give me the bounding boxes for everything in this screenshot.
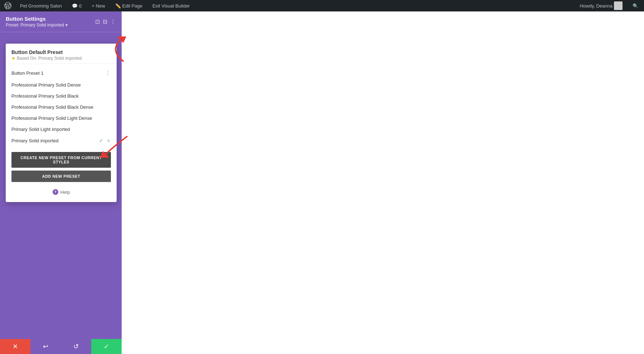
sidebar-header: Button Settings Preset: Primary Solid im… (0, 11, 122, 32)
help-icon: ? (53, 189, 58, 195)
create-preset-button[interactable]: CREATE NEW PRESET FROM CURRENT STYLES (11, 152, 111, 168)
preset-selector[interactable]: Preset: Primary Solid imported ▾ (6, 23, 68, 28)
search-icon: 🔍 (633, 3, 638, 9)
list-item-active[interactable]: Primary Solid imported ✓ ★ (6, 135, 117, 146)
comment-icon: 💬 (72, 3, 78, 9)
preset-list: Button Preset 1 ⋮ Professional Primary S… (6, 64, 117, 149)
new-content-link[interactable]: + New (89, 0, 108, 11)
wp-logo[interactable] (3, 1, 13, 11)
star-preset-icon[interactable]: ★ (106, 138, 111, 143)
list-item[interactable]: Professional Primary Solid Dense (6, 79, 117, 90)
exit-builder-link[interactable]: Exit Visual Builder (150, 0, 193, 11)
close-button[interactable]: ✕ (0, 339, 30, 354)
add-preset-button[interactable]: ADD NEW PRESET (11, 171, 111, 182)
comments-link[interactable]: 💬 0 (69, 0, 84, 11)
preset-dropdown: Button Default Preset ★ Based On: Primar… (6, 44, 117, 202)
star-icon: ★ (11, 56, 15, 61)
list-item[interactable]: Button Preset 1 ⋮ (6, 67, 117, 79)
help-link[interactable]: ? Help (6, 185, 117, 199)
more-options-icon[interactable]: ⋮ (110, 18, 116, 25)
list-item[interactable]: Primary Solid Light imported (6, 124, 117, 135)
user-avatar (614, 1, 623, 10)
chevron-down-icon: ▾ (65, 23, 68, 28)
layout-icon[interactable]: ⊟ (103, 18, 107, 25)
pencil-icon: ✏️ (115, 3, 121, 9)
builder-sidebar: Button Settings Preset: Primary Solid im… (0, 11, 122, 339)
redo-button[interactable]: ↺ (61, 339, 91, 354)
undo-button[interactable]: ↩ (30, 339, 61, 354)
search-bar-toggle[interactable]: 🔍 (630, 0, 641, 11)
admin-bar: Pet Grooming Salon 💬 0 + New ✏️ Edit Pag… (0, 0, 644, 11)
active-check-icon: ✓ (99, 138, 103, 143)
site-title[interactable]: Pet Grooming Salon (17, 0, 65, 11)
preset-options-icon[interactable]: ⋮ (105, 70, 111, 77)
list-item[interactable]: Professional Primary Solid Black (6, 90, 117, 102)
bottom-toolbar: ✕ ↩ ↺ ✓ (0, 339, 122, 354)
list-item[interactable]: Professional Primary Solid Light Dense (6, 113, 117, 124)
edit-page-link[interactable]: ✏️ Edit Page (112, 0, 145, 11)
fullscreen-icon[interactable]: ⊡ (95, 18, 100, 25)
default-preset-title[interactable]: Button Default Preset (11, 49, 111, 55)
dropdown-header: Button Default Preset ★ Based On: Primar… (6, 44, 117, 64)
save-button[interactable]: ✓ (91, 339, 122, 354)
based-on-label: ★ Based On: Primary Solid imported (11, 56, 111, 61)
list-item[interactable]: Professional Primary Solid Black Dense (6, 102, 117, 113)
sidebar-title: Button Settings (6, 16, 68, 22)
dropdown-actions: CREATE NEW PRESET FROM CURRENT STYLES AD… (6, 149, 117, 185)
howdy-user[interactable]: Howdy, Deanna (577, 0, 625, 11)
